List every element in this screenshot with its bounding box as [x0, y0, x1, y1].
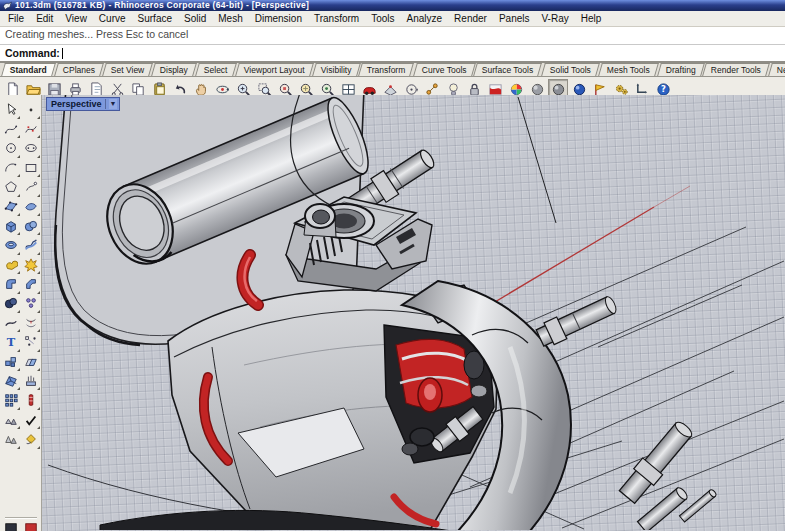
tab-label: Standard: [10, 64, 47, 76]
tab-curve-tools[interactable]: Curve Tools: [413, 63, 475, 76]
tab-standard[interactable]: Standard: [1, 63, 56, 76]
pipe-button[interactable]: [21, 391, 40, 410]
surface-drape-button[interactable]: [21, 236, 40, 255]
curve-blend-button[interactable]: [21, 178, 40, 197]
title-bar: 101.3dm (516781 KB) - Rhinoceros Corpora…: [0, 0, 785, 11]
tab-set-view[interactable]: Set View: [102, 63, 153, 76]
tab-label: Solid Tools: [550, 64, 591, 76]
point-icon: [24, 103, 38, 117]
tab-mesh-tools[interactable]: Mesh Tools: [598, 63, 659, 76]
polygon-icon: [4, 180, 18, 194]
model-3d: [42, 95, 784, 530]
curve-interpolate-icon: [4, 122, 18, 136]
tab-visibility[interactable]: Visibility: [312, 63, 360, 76]
menu-tools[interactable]: Tools: [365, 12, 400, 26]
point-edit-icon: [24, 335, 38, 349]
lasso-select-icon: [24, 432, 38, 446]
fillet-edge-button[interactable]: [1, 275, 20, 294]
layer-panel-dark-icon[interactable]: [4, 522, 18, 531]
menu-dimension[interactable]: Dimension: [249, 12, 308, 26]
tab-surface-tools[interactable]: Surface Tools: [474, 63, 543, 76]
select-arrow-icon: [4, 103, 18, 117]
tab-select[interactable]: Select: [195, 63, 236, 76]
sidebar-tool-grid: T: [1, 100, 40, 449]
box-button[interactable]: [1, 216, 20, 235]
menu-v-ray[interactable]: V-Ray: [536, 12, 575, 26]
tab-label: Curve Tools: [422, 64, 467, 76]
tab-drafting[interactable]: Drafting: [657, 63, 704, 76]
tab-label: CPlanes: [63, 64, 95, 76]
extrude-curve-icon: [24, 374, 38, 388]
menu-solid[interactable]: Solid: [178, 12, 212, 26]
command-input[interactable]: [63, 46, 780, 60]
text-object-button[interactable]: T: [1, 333, 20, 352]
menu-surface[interactable]: Surface: [132, 12, 178, 26]
menu-render[interactable]: Render: [448, 12, 493, 26]
array-rectangular-button[interactable]: [1, 391, 20, 410]
tab-new-in-v5[interactable]: New in V5: [768, 63, 785, 76]
menu-transform[interactable]: Transform: [308, 12, 365, 26]
array-rectangular-icon: [4, 393, 18, 407]
surface-patch-button[interactable]: [21, 197, 40, 216]
tab-viewport-layout[interactable]: Viewport Layout: [235, 63, 314, 76]
menu-edit[interactable]: Edit: [30, 12, 59, 26]
boolean-union-button[interactable]: [1, 255, 20, 274]
tab-label: Display: [160, 64, 188, 76]
fillet-edge-icon: [4, 277, 18, 291]
tab-cplanes[interactable]: CPlanes: [54, 63, 104, 76]
arc-icon: [4, 161, 18, 175]
curve-blend-icon: [24, 180, 38, 194]
polygon-button[interactable]: [1, 178, 20, 197]
select-arrow-button[interactable]: [1, 100, 20, 119]
layer-panel-red-icon[interactable]: [24, 522, 38, 531]
tab-label: Mesh Tools: [607, 64, 650, 76]
lasso-select-button[interactable]: [21, 430, 40, 449]
tab-display[interactable]: Display: [152, 63, 198, 76]
extrude-curve-button[interactable]: [21, 371, 40, 390]
explode-button[interactable]: [21, 255, 40, 274]
tab-render-tools[interactable]: Render Tools: [702, 63, 770, 76]
curve-fair-button[interactable]: [1, 313, 20, 332]
menu-mesh[interactable]: Mesh: [212, 12, 248, 26]
menu-help[interactable]: Help: [575, 12, 608, 26]
check-selection-button[interactable]: [21, 410, 40, 429]
chamfer-edge-icon: [24, 277, 38, 291]
point-edit-button[interactable]: [21, 333, 40, 352]
curve-project-icon: [24, 316, 38, 330]
menu-curve[interactable]: Curve: [93, 12, 132, 26]
viewport-title-tab[interactable]: Perspective ▼: [46, 97, 120, 111]
curve-project-button[interactable]: [21, 313, 40, 332]
boolean-difference-button[interactable]: [1, 294, 20, 313]
chevron-down-icon[interactable]: ▼: [109, 99, 118, 109]
merge-surface-button[interactable]: [1, 371, 20, 390]
curve-interpolate-button[interactable]: [1, 119, 20, 138]
tab-solid-tools[interactable]: Solid Tools: [541, 63, 600, 76]
menu-analyze[interactable]: Analyze: [401, 12, 449, 26]
boolean-spheres-button[interactable]: [21, 216, 40, 235]
ellipse-button[interactable]: [21, 139, 40, 158]
viewport-canvas[interactable]: Perspective ▼: [42, 95, 785, 531]
arc-button[interactable]: [1, 158, 20, 177]
chamfer-edge-button[interactable]: [21, 275, 40, 294]
block-insert-button[interactable]: [1, 352, 20, 371]
curve-control-points-button[interactable]: [21, 119, 40, 138]
tab-transform[interactable]: Transform: [358, 63, 414, 76]
viewport-title: Perspective: [51, 99, 102, 109]
copy-transform-button[interactable]: [21, 352, 40, 371]
group-objects-button[interactable]: [1, 410, 20, 429]
menu-bar: FileEditViewCurveSurfaceSolidMeshDimensi…: [0, 11, 785, 27]
rectangle-button[interactable]: [21, 158, 40, 177]
tab-label: Viewport Layout: [244, 64, 305, 76]
menu-file[interactable]: File: [2, 12, 30, 26]
block-insert-icon: [4, 355, 18, 369]
surface-corner-points-button[interactable]: [1, 197, 20, 216]
tab-label: New in V5: [777, 64, 785, 76]
cone-pair-button[interactable]: [1, 430, 20, 449]
menu-panels[interactable]: Panels: [493, 12, 536, 26]
circle-button[interactable]: [1, 139, 20, 158]
point-button[interactable]: [21, 100, 40, 119]
point-cloud-button[interactable]: [21, 294, 40, 313]
torus-button[interactable]: [1, 236, 20, 255]
curve-fair-icon: [4, 316, 18, 330]
menu-view[interactable]: View: [59, 12, 93, 26]
